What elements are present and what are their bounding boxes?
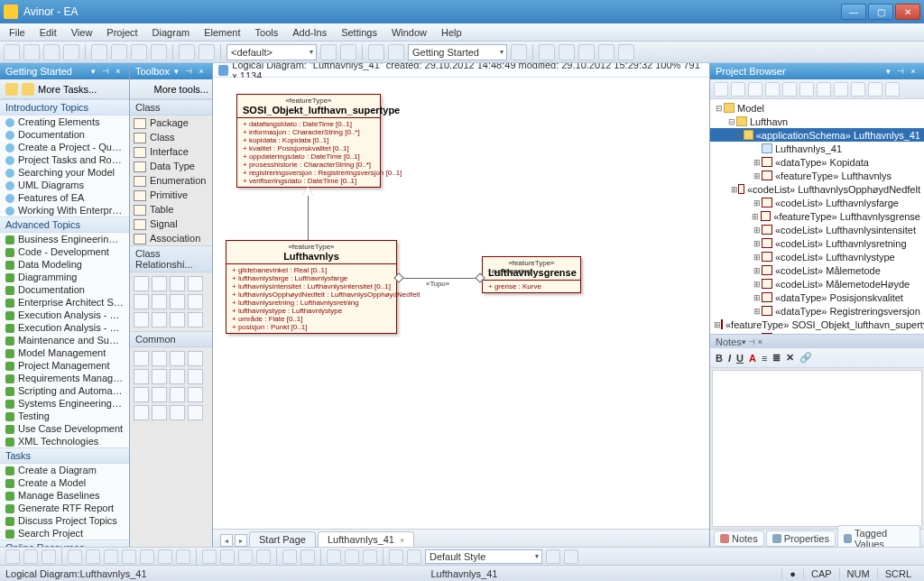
gs-item[interactable]: Searching your Model <box>0 166 129 179</box>
toolbar-button[interactable] <box>131 44 147 60</box>
gs-item[interactable]: Features of EA <box>0 191 129 204</box>
toolbar-button[interactable] <box>618 44 634 60</box>
list-button[interactable]: ≡ <box>762 353 767 364</box>
pane-menu-button[interactable]: ▾ <box>882 66 893 77</box>
toolbar-button[interactable] <box>564 549 578 564</box>
toolbar-button[interactable] <box>546 549 560 564</box>
gs-item[interactable]: Documentation <box>0 128 129 141</box>
toolbox-tool[interactable] <box>170 276 185 291</box>
toolbar-button[interactable] <box>407 549 421 564</box>
gs-item[interactable]: Working With Enterprise Archi... <box>0 204 129 217</box>
toolbar-button[interactable] <box>68 549 82 564</box>
gs-item[interactable]: Project Management <box>0 359 129 372</box>
pb-tool[interactable] <box>748 82 762 97</box>
gs-item[interactable]: Diagramming <box>0 271 129 283</box>
menu-diagram[interactable]: Diagram <box>145 25 198 40</box>
tree-twisty[interactable]: ⊞ <box>752 171 762 180</box>
list-button[interactable]: ≣ <box>772 352 781 364</box>
toolbox-tool[interactable] <box>170 369 185 384</box>
toolbox-tool[interactable] <box>188 294 203 309</box>
minimize-button[interactable]: — <box>841 4 866 20</box>
tree-twisty[interactable]: ⊞ <box>752 226 762 235</box>
gs-item[interactable]: Maintenance and Support <box>0 334 129 346</box>
gs-item[interactable]: Enterprise Architect SDK <box>0 296 129 309</box>
close-button[interactable]: ✕ <box>895 4 920 20</box>
toolbar-button[interactable] <box>42 549 56 564</box>
toolbox-item[interactable]: Table <box>130 202 212 217</box>
uml-class-lufthavnlys[interactable]: «featureType»Lufthavnlys glidebanevinkel… <box>226 240 397 334</box>
tree-node[interactable]: ⊞«featureType» Lufthavnlys <box>710 169 924 182</box>
toolbox-item[interactable]: Class <box>130 130 212 144</box>
menu-view[interactable]: View <box>64 25 100 40</box>
tree-node[interactable]: ⊞«codeList» Lufthavnlystype <box>710 250 924 263</box>
clear-button[interactable]: ✕ <box>786 352 794 364</box>
toolbar-button[interactable] <box>23 549 38 564</box>
tab-lufthavnlys[interactable]: Lufthavnlys_41× <box>318 531 414 547</box>
style-combo[interactable]: Default Style <box>425 549 542 564</box>
toolbox-tool[interactable] <box>152 351 167 366</box>
toolbar-button[interactable] <box>389 549 403 564</box>
gs-item[interactable]: Create a Project - Quick Start <box>0 141 129 153</box>
toolbar-button[interactable] <box>179 44 195 60</box>
pane-menu-button[interactable]: ▾ ⊣ × <box>742 337 762 346</box>
tree-twisty[interactable]: ⊞ <box>752 198 762 208</box>
toolbox-more-tools[interactable]: More tools... <box>130 79 212 99</box>
bold-button[interactable]: B <box>716 353 723 364</box>
diagram-canvas[interactable]: «featureType»SOSI_Objekt_lufthavn_supert… <box>213 78 709 529</box>
gs-item[interactable]: Discuss Project Topics <box>0 514 129 527</box>
menu-element[interactable]: Element <box>197 25 247 40</box>
pb-tool[interactable] <box>817 82 831 97</box>
toolbox-tool[interactable] <box>134 369 149 384</box>
toolbar-button[interactable] <box>158 549 172 564</box>
toolbox-tool[interactable] <box>188 405 203 420</box>
tree-twisty[interactable]: ⊞ <box>752 280 762 289</box>
gs-item[interactable]: Code - Development <box>0 245 129 258</box>
pane-menu-button[interactable]: ▾ <box>171 66 182 77</box>
gs-item[interactable]: Business Engineering Edition <box>0 233 129 245</box>
toolbar-combo-default[interactable]: <default> <box>226 44 317 60</box>
toolbox-tool[interactable] <box>170 387 185 402</box>
tree-node[interactable]: ⊞«codeList» Lufthavnlysfarge <box>710 196 924 209</box>
menu-settings[interactable]: Settings <box>334 25 384 40</box>
toolbox-tool[interactable] <box>134 294 149 309</box>
toolbar-button[interactable] <box>91 44 107 60</box>
toolbox-tool[interactable] <box>134 387 149 402</box>
menu-tools[interactable]: Tools <box>248 25 286 40</box>
menu-window[interactable]: Window <box>384 25 434 40</box>
toolbar-button[interactable] <box>23 44 40 60</box>
tree-twisty[interactable]: ⊟ <box>714 104 724 113</box>
tree-twisty[interactable]: ⊞ <box>731 185 738 194</box>
gs-item[interactable]: Search Project <box>0 527 129 540</box>
link-button[interactable]: 🔗 <box>799 352 812 364</box>
gs-item[interactable]: Systems Engineering Edition <box>0 397 129 410</box>
menu-add-ins[interactable]: Add-Ins <box>285 25 334 40</box>
tree-node[interactable]: ⊟«applicationSchema» Lufthavnlys_41 <box>710 128 924 142</box>
gs-group-header[interactable]: Online Resources <box>0 540 129 547</box>
tree-node[interactable]: ⊟Model <box>710 101 924 115</box>
toolbox-tool[interactable] <box>188 312 203 327</box>
toolbox-tool[interactable] <box>188 351 203 366</box>
pb-tool[interactable] <box>868 82 882 97</box>
toolbar-button[interactable] <box>238 549 253 564</box>
toolbar-button[interactable] <box>111 44 127 60</box>
pb-tool[interactable] <box>731 82 745 97</box>
toolbar-button[interactable] <box>140 549 154 564</box>
menu-project[interactable]: Project <box>99 25 144 40</box>
toolbar-button[interactable] <box>363 549 377 564</box>
color-button[interactable]: A <box>749 353 756 364</box>
gs-item[interactable]: Model Management <box>0 346 129 359</box>
toolbar-button[interactable] <box>327 549 341 564</box>
uml-class-supertype[interactable]: «featureType»SOSI_Objekt_lufthavn_supert… <box>236 94 381 188</box>
tree-node[interactable]: ⊞«dataType» Posisjonskvalitet <box>710 290 924 304</box>
toolbar-button[interactable] <box>578 44 595 60</box>
tree-node[interactable]: ⊞«dataType» Kopidata <box>710 155 924 169</box>
toolbar-button[interactable] <box>122 549 136 564</box>
toolbox-item[interactable]: Association <box>130 231 212 245</box>
italic-button[interactable]: I <box>728 353 731 364</box>
gs-item[interactable]: Documentation <box>0 283 129 296</box>
tab-properties[interactable]: Properties <box>766 530 836 547</box>
menu-file[interactable]: File <box>2 25 32 40</box>
toolbox-tool[interactable] <box>134 312 149 327</box>
gs-item[interactable]: Execution Analysis - Debugging <box>0 309 129 321</box>
toolbox-item[interactable]: Interface <box>130 144 212 159</box>
